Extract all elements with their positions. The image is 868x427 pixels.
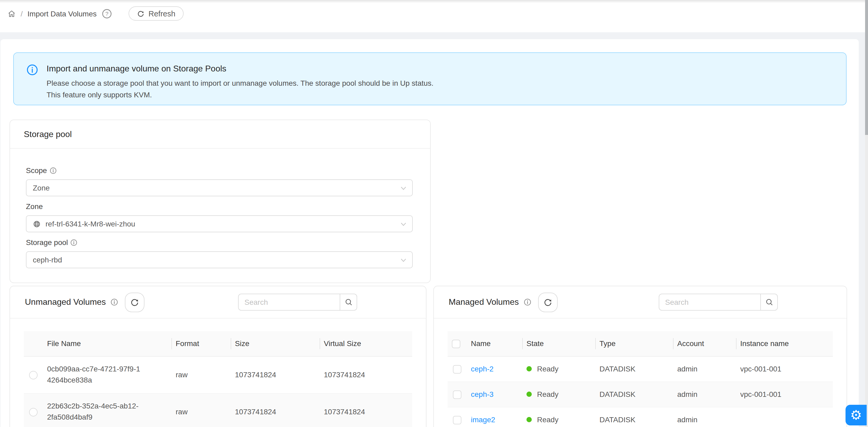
column-header-file-name: File Name	[43, 331, 172, 356]
size-cell: 1073741824	[231, 393, 319, 427]
chevron-down-icon	[401, 186, 406, 190]
zone-select-value: ref-trl-6341-k-Mr8-wei-zhou	[45, 220, 135, 228]
status-dot	[526, 392, 532, 397]
virtual-size-cell: 1073741824	[319, 356, 412, 393]
scope-label: Scope	[26, 165, 56, 176]
column-header-size: Size	[231, 331, 319, 356]
type-cell: DATADISK	[595, 382, 673, 407]
alert-content: Import and unmanage volume on Storage Po…	[46, 62, 434, 105]
storage-pool-card: Storage pool Scope Zone Zone	[9, 120, 431, 283]
table-row: 0cb099aa-cc7e-4721-97f9-14264bce838a raw…	[24, 356, 412, 393]
chevron-down-icon	[401, 258, 406, 263]
volume-name-link[interactable]: ceph-2	[471, 365, 494, 373]
select-all-checkbox[interactable]	[452, 340, 460, 348]
column-header-account: Account	[673, 331, 736, 356]
refresh-button-label: Refresh	[148, 9, 176, 18]
globe-icon	[33, 220, 41, 228]
unmanaged-volumes-title: Unmanaged Volumes	[25, 297, 106, 307]
instance-name-cell	[736, 407, 833, 427]
storage-pool-label: Storage pool	[26, 237, 78, 248]
scope-select-value: Zone	[33, 184, 50, 192]
scrollbar-thumb[interactable]	[865, 0, 868, 135]
storage-pool-select[interactable]: ceph-rbd	[26, 251, 413, 268]
type-cell: DATADISK	[595, 356, 673, 382]
column-header-state: State	[522, 331, 595, 356]
vertical-scrollbar[interactable]	[865, 0, 868, 427]
volume-name-link[interactable]: image2	[471, 415, 495, 424]
column-header-instance-name: Instance name	[736, 331, 833, 356]
managed-search	[659, 294, 778, 311]
unmanaged-volumes-header: Unmanaged Volumes	[10, 286, 426, 318]
table-row: 22b63c2b-352a-4ec5-ab12-2fa508d4baf9 raw…	[24, 393, 412, 427]
storage-pool-select-value: ceph-rbd	[33, 255, 62, 264]
column-header-type: Type	[595, 331, 673, 356]
row-checkbox[interactable]	[453, 365, 461, 373]
column-header-virtual-size: Virtual Size	[319, 331, 412, 356]
row-checkbox[interactable]	[453, 416, 461, 424]
file-name-cell: 22b63c2b-352a-4ec5-ab12-2fa508d4baf9	[47, 400, 142, 423]
managed-refresh-button[interactable]	[538, 292, 557, 312]
breadcrumb: / Import Data Volumes ? Refresh	[7, 6, 184, 21]
radio-column-header	[24, 331, 43, 356]
unmanaged-volumes-table: File Name Format Size Virtual Size 0cb09…	[24, 331, 412, 427]
reload-icon	[543, 298, 552, 307]
instance-name-cell: vpc-001-001	[736, 382, 833, 407]
instance-name-cell: vpc-001-001	[736, 356, 833, 382]
unmanaged-volumes-panel: Unmanaged Volumes	[9, 286, 427, 427]
unmanaged-refresh-button[interactable]	[125, 292, 145, 312]
zone-select[interactable]: ref-trl-6341-k-Mr8-wei-zhou	[26, 215, 413, 232]
settings-fab-button[interactable]: ⚙	[845, 405, 867, 425]
virtual-size-cell: 1073741824	[319, 393, 412, 427]
content-area: Import and unmanage volume on Storage Po…	[1, 39, 859, 427]
info-alert: Import and unmanage volume on Storage Po…	[13, 52, 846, 105]
refresh-button[interactable]: Refresh	[128, 6, 184, 21]
info-circle-icon	[27, 64, 38, 76]
table-row: ceph-3 Ready DATADISK admin vpc-001-001	[447, 382, 833, 407]
unmanaged-search	[238, 294, 357, 311]
managed-volumes-table: Name State Type Account Instance name ce…	[447, 331, 833, 427]
account-cell: admin	[673, 382, 736, 407]
home-icon[interactable]	[7, 9, 16, 18]
info-circle-icon[interactable]	[71, 239, 78, 246]
alert-description-line1: Please choose a storage pool that you wa…	[46, 77, 434, 89]
managed-volumes-header: Managed Volumes	[434, 286, 846, 318]
state-cell: Ready	[526, 390, 591, 398]
file-name-cell: 0cb099aa-cc7e-4721-97f9-14264bce838a	[47, 364, 142, 386]
reload-icon	[137, 10, 144, 17]
zone-label: Zone	[26, 201, 43, 212]
column-header-name: Name	[467, 331, 522, 356]
table-row: ceph-2 Ready DATADISK admin vpc-001-001	[447, 356, 833, 382]
managed-search-input[interactable]	[659, 294, 761, 311]
breadcrumb-bar: / Import Data Volumes ? Refresh	[0, 0, 868, 32]
managed-volumes-title: Managed Volumes	[449, 297, 519, 307]
search-icon	[765, 298, 773, 306]
breadcrumb-separator: /	[21, 9, 23, 18]
unmanaged-search-input[interactable]	[238, 294, 340, 311]
status-dot	[526, 366, 532, 371]
size-cell: 1073741824	[231, 356, 319, 393]
volume-name-link[interactable]: ceph-3	[471, 390, 494, 398]
status-dot	[526, 417, 532, 422]
svg-text:?: ?	[105, 10, 108, 17]
page: / Import Data Volumes ? Refresh	[0, 0, 868, 427]
info-circle-icon[interactable]	[524, 298, 531, 306]
table-header-row: Name State Type Account Instance name	[447, 331, 833, 356]
account-cell: admin	[673, 356, 736, 382]
question-circle-icon[interactable]: ?	[101, 8, 112, 19]
storage-pool-card-title: Storage pool	[10, 120, 430, 149]
scope-select[interactable]: Zone	[26, 179, 413, 196]
gear-icon: ⚙	[850, 408, 862, 422]
table-header-row: File Name Format Size Virtual Size	[24, 331, 412, 356]
info-circle-icon[interactable]	[50, 167, 56, 174]
row-checkbox[interactable]	[453, 390, 461, 399]
alert-description-line2: This feature only supports KVM.	[46, 89, 434, 100]
breadcrumb-current-page: Import Data Volumes	[28, 9, 97, 18]
unmanaged-search-button[interactable]	[340, 294, 357, 311]
row-radio[interactable]	[29, 408, 37, 416]
managed-search-button[interactable]	[760, 294, 778, 311]
alert-title: Import and unmanage volume on Storage Po…	[46, 62, 434, 75]
row-radio[interactable]	[29, 371, 37, 379]
search-icon	[344, 298, 353, 306]
account-cell: admin	[673, 407, 736, 427]
info-circle-icon[interactable]	[111, 298, 118, 306]
